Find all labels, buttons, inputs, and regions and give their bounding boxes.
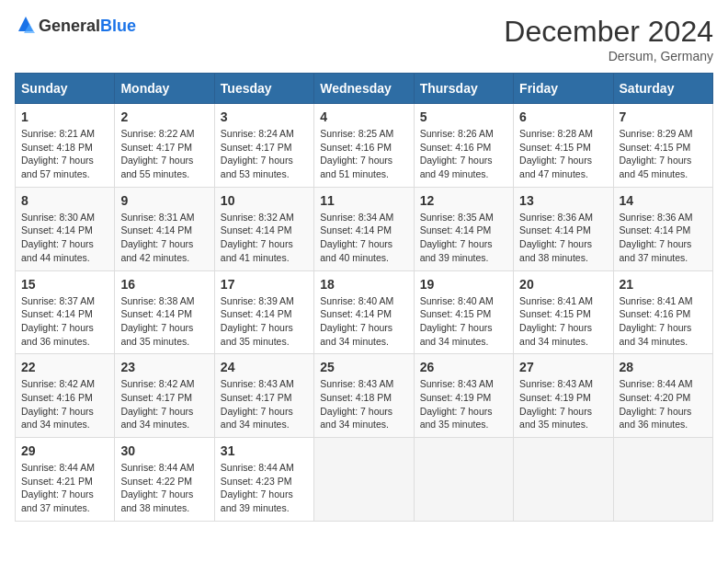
day-number: 5	[420, 109, 507, 124]
day-info: Sunrise: 8:43 AMSunset: 4:17 PMDaylight:…	[221, 377, 308, 431]
calendar-cell: 28Sunrise: 8:44 AMSunset: 4:20 PMDayligh…	[613, 354, 712, 438]
calendar-header-tuesday: Tuesday	[214, 74, 313, 104]
day-number: 2	[120, 109, 208, 124]
day-info: Sunrise: 8:21 AMSunset: 4:18 PMDaylight:…	[21, 127, 108, 181]
day-number: 4	[320, 109, 407, 124]
calendar-cell: 30Sunrise: 8:44 AMSunset: 4:22 PMDayligh…	[115, 438, 214, 522]
day-number: 8	[21, 193, 108, 208]
day-number: 31	[221, 443, 308, 458]
calendar-week-row: 1Sunrise: 8:21 AMSunset: 4:18 PMDaylight…	[16, 104, 713, 188]
calendar-week-row: 15Sunrise: 8:37 AMSunset: 4:14 PMDayligh…	[16, 270, 713, 354]
calendar-cell: 27Sunrise: 8:43 AMSunset: 4:19 PMDayligh…	[514, 354, 613, 438]
month-title: December 2024	[504, 15, 713, 49]
day-info: Sunrise: 8:42 AMSunset: 4:16 PMDaylight:…	[21, 377, 108, 431]
calendar-header-monday: Monday	[115, 74, 214, 104]
calendar-cell: 4Sunrise: 8:25 AMSunset: 4:16 PMDaylight…	[314, 104, 414, 188]
calendar-cell: 16Sunrise: 8:38 AMSunset: 4:14 PMDayligh…	[115, 270, 214, 354]
calendar-cell	[414, 438, 513, 522]
calendar-header-wednesday: Wednesday	[314, 74, 414, 104]
day-info: Sunrise: 8:43 AMSunset: 4:18 PMDaylight:…	[320, 377, 407, 431]
calendar-cell: 2Sunrise: 8:22 AMSunset: 4:17 PMDaylight…	[115, 104, 214, 188]
calendar-cell: 17Sunrise: 8:39 AMSunset: 4:14 PMDayligh…	[214, 270, 313, 354]
day-number: 12	[420, 193, 507, 208]
calendar-cell: 21Sunrise: 8:41 AMSunset: 4:16 PMDayligh…	[613, 270, 712, 354]
logo-icon	[15, 15, 37, 37]
day-info: Sunrise: 8:44 AMSunset: 4:22 PMDaylight:…	[120, 461, 208, 515]
day-info: Sunrise: 8:37 AMSunset: 4:14 PMDaylight:…	[21, 294, 108, 349]
day-number: 6	[519, 109, 607, 124]
calendar-cell: 1Sunrise: 8:21 AMSunset: 4:18 PMDaylight…	[16, 104, 115, 188]
calendar-header-thursday: Thursday	[414, 74, 513, 104]
calendar-cell: 19Sunrise: 8:40 AMSunset: 4:15 PMDayligh…	[414, 270, 513, 354]
calendar-cell: 6Sunrise: 8:28 AMSunset: 4:15 PMDaylight…	[514, 104, 613, 188]
day-number: 19	[420, 277, 507, 292]
calendar-cell: 20Sunrise: 8:41 AMSunset: 4:15 PMDayligh…	[514, 270, 613, 354]
day-number: 25	[320, 360, 407, 374]
day-number: 24	[221, 360, 308, 374]
day-info: Sunrise: 8:42 AMSunset: 4:17 PMDaylight:…	[120, 377, 208, 431]
day-number: 3	[221, 109, 308, 124]
day-info: Sunrise: 8:36 AMSunset: 4:14 PMDaylight:…	[620, 211, 707, 265]
day-info: Sunrise: 8:40 AMSunset: 4:15 PMDaylight:…	[420, 294, 507, 349]
calendar-cell: 7Sunrise: 8:29 AMSunset: 4:15 PMDaylight…	[613, 104, 712, 188]
calendar-cell: 25Sunrise: 8:43 AMSunset: 4:18 PMDayligh…	[314, 354, 414, 438]
location-subtitle: Dersum, Germany	[504, 49, 713, 63]
calendar-cell	[314, 438, 414, 522]
day-info: Sunrise: 8:31 AMSunset: 4:14 PMDaylight:…	[120, 211, 208, 265]
day-number: 30	[120, 443, 208, 458]
day-number: 10	[221, 193, 308, 208]
day-number: 26	[420, 360, 507, 374]
calendar-cell: 24Sunrise: 8:43 AMSunset: 4:17 PMDayligh…	[214, 354, 313, 438]
calendar-cell: 10Sunrise: 8:32 AMSunset: 4:14 PMDayligh…	[214, 187, 313, 270]
calendar-cell: 9Sunrise: 8:31 AMSunset: 4:14 PMDaylight…	[115, 187, 214, 270]
calendar-cell: 31Sunrise: 8:44 AMSunset: 4:23 PMDayligh…	[214, 438, 313, 522]
calendar-cell: 22Sunrise: 8:42 AMSunset: 4:16 PMDayligh…	[16, 354, 115, 438]
day-info: Sunrise: 8:24 AMSunset: 4:17 PMDaylight:…	[221, 127, 308, 181]
logo-general-text: General	[39, 17, 100, 36]
calendar-cell	[613, 438, 712, 522]
calendar-cell: 18Sunrise: 8:40 AMSunset: 4:14 PMDayligh…	[314, 270, 414, 354]
calendar-cell: 14Sunrise: 8:36 AMSunset: 4:14 PMDayligh…	[613, 187, 712, 270]
day-info: Sunrise: 8:39 AMSunset: 4:14 PMDaylight:…	[221, 294, 308, 349]
day-info: Sunrise: 8:22 AMSunset: 4:17 PMDaylight:…	[120, 127, 208, 181]
calendar-header-saturday: Saturday	[613, 74, 712, 104]
day-number: 9	[120, 193, 208, 208]
day-info: Sunrise: 8:44 AMSunset: 4:21 PMDaylight:…	[21, 461, 108, 515]
calendar-cell: 15Sunrise: 8:37 AMSunset: 4:14 PMDayligh…	[16, 270, 115, 354]
day-number: 16	[120, 277, 208, 292]
calendar-cell: 23Sunrise: 8:42 AMSunset: 4:17 PMDayligh…	[115, 354, 214, 438]
calendar-header-sunday: Sunday	[16, 74, 115, 104]
day-info: Sunrise: 8:41 AMSunset: 4:16 PMDaylight:…	[620, 294, 707, 349]
calendar-cell: 12Sunrise: 8:35 AMSunset: 4:14 PMDayligh…	[414, 187, 513, 270]
title-section: December 2024 Dersum, Germany	[504, 15, 713, 63]
day-info: Sunrise: 8:34 AMSunset: 4:14 PMDaylight:…	[320, 211, 407, 265]
calendar-cell: 5Sunrise: 8:26 AMSunset: 4:16 PMDaylight…	[414, 104, 513, 188]
day-info: Sunrise: 8:25 AMSunset: 4:16 PMDaylight:…	[320, 127, 407, 181]
day-info: Sunrise: 8:43 AMSunset: 4:19 PMDaylight:…	[420, 377, 507, 431]
day-info: Sunrise: 8:40 AMSunset: 4:14 PMDaylight:…	[320, 294, 407, 349]
day-number: 14	[620, 193, 707, 208]
day-number: 1	[21, 109, 108, 124]
day-info: Sunrise: 8:28 AMSunset: 4:15 PMDaylight:…	[519, 127, 607, 181]
calendar-header-friday: Friday	[514, 74, 613, 104]
calendar-cell: 8Sunrise: 8:30 AMSunset: 4:14 PMDaylight…	[16, 187, 115, 270]
day-number: 15	[21, 277, 108, 292]
day-info: Sunrise: 8:26 AMSunset: 4:16 PMDaylight:…	[420, 127, 507, 181]
day-info: Sunrise: 8:44 AMSunset: 4:23 PMDaylight:…	[221, 461, 308, 515]
calendar-week-row: 22Sunrise: 8:42 AMSunset: 4:16 PMDayligh…	[16, 354, 713, 438]
day-number: 23	[120, 360, 208, 374]
calendar-cell	[514, 438, 613, 522]
calendar-week-row: 8Sunrise: 8:30 AMSunset: 4:14 PMDaylight…	[16, 187, 713, 270]
day-number: 17	[221, 277, 308, 292]
calendar-table: SundayMondayTuesdayWednesdayThursdayFrid…	[15, 73, 713, 522]
calendar-week-row: 29Sunrise: 8:44 AMSunset: 4:21 PMDayligh…	[16, 438, 713, 522]
day-number: 18	[320, 277, 407, 292]
day-info: Sunrise: 8:43 AMSunset: 4:19 PMDaylight:…	[519, 377, 607, 431]
calendar-cell: 13Sunrise: 8:36 AMSunset: 4:14 PMDayligh…	[514, 187, 613, 270]
day-info: Sunrise: 8:41 AMSunset: 4:15 PMDaylight:…	[519, 294, 607, 349]
day-info: Sunrise: 8:32 AMSunset: 4:14 PMDaylight:…	[221, 211, 308, 265]
page-header: GeneralBlue December 2024 Dersum, German…	[15, 15, 713, 63]
day-number: 27	[519, 360, 607, 374]
day-number: 13	[519, 193, 607, 208]
day-number: 20	[519, 277, 607, 292]
